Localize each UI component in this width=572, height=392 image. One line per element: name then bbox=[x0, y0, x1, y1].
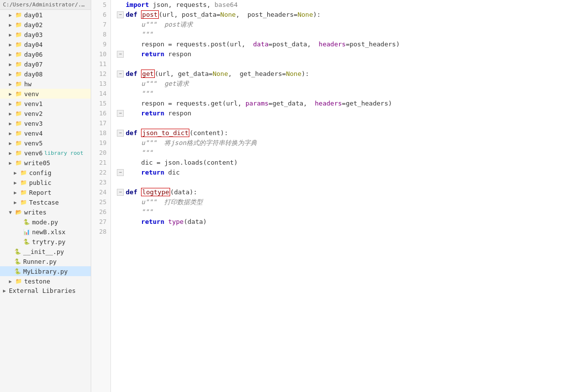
sidebar-item-day02[interactable]: 📁 day02 bbox=[0, 20, 91, 30]
code-line-7: u""" post请求 bbox=[117, 20, 572, 30]
sidebar-item-day07[interactable]: 📁 day07 bbox=[0, 59, 91, 69]
sidebar-item-label: testone bbox=[24, 278, 50, 285]
sidebar-item-newb-xlsx[interactable]: 📊 newB.xlsx bbox=[0, 227, 91, 237]
folder-icon: 📁 bbox=[15, 149, 23, 157]
sidebar-item-day04[interactable]: 📁 day04 bbox=[0, 39, 91, 49]
folder-icon: 📁 bbox=[15, 129, 23, 137]
sidebar-item-label: trytry.py bbox=[32, 238, 66, 246]
arrow-icon bbox=[9, 12, 15, 18]
code-line-11 bbox=[117, 59, 572, 69]
xl-file-icon: 📊 bbox=[23, 228, 31, 236]
arrow-icon bbox=[9, 22, 15, 28]
sidebar-item-testcase[interactable]: 📁 Testcase bbox=[0, 197, 91, 207]
sidebar-item-day06[interactable]: 📁 day06 bbox=[0, 49, 91, 59]
sidebar-item-label: day04 bbox=[24, 41, 43, 48]
sidebar-item-label: day08 bbox=[24, 71, 43, 78]
arrow-icon bbox=[9, 121, 15, 126]
folder-icon: 📁 bbox=[15, 40, 23, 48]
folder-icon: 📁 bbox=[15, 109, 23, 117]
sidebar-item-label: __init__.py bbox=[23, 248, 64, 255]
sidebar-item-day03[interactable]: 📁 day03 bbox=[0, 30, 91, 39]
folder-icon: 📁 bbox=[15, 100, 23, 107]
arrow-icon bbox=[14, 180, 20, 185]
fold-marker-18[interactable]: − bbox=[117, 130, 124, 137]
arrow-icon bbox=[9, 81, 15, 87]
sidebar-item-testone[interactable]: 📁 testone bbox=[0, 276, 91, 286]
fold-marker-22[interactable]: − bbox=[117, 169, 124, 176]
sidebar-item-public[interactable]: 📁 public bbox=[0, 178, 91, 187]
code-line-15: respon = requests.get(url, params=get_da… bbox=[117, 99, 572, 108]
code-line-12: − def get(url, get_data=None, get_header… bbox=[117, 69, 572, 79]
sidebar-item-label: write05 bbox=[24, 159, 50, 167]
sidebar-item-venv3[interactable]: 📁 venv3 bbox=[0, 118, 91, 128]
code-line-28 bbox=[117, 227, 572, 237]
arrow-icon bbox=[9, 71, 15, 77]
sidebar-item-venv5[interactable]: 📁 venv5 bbox=[0, 138, 91, 148]
sidebar-item-label: day03 bbox=[24, 31, 43, 38]
sidebar-item-label: venv bbox=[24, 90, 39, 98]
project-path: C:/Users/Administrator/... bbox=[0, 0, 91, 10]
sidebar-item-label: config bbox=[29, 169, 51, 177]
sidebar-item-init-py[interactable]: 🐍 __init__.py bbox=[0, 247, 91, 256]
arrow-icon bbox=[3, 288, 9, 293]
sidebar-item-venv[interactable]: 📁 venv bbox=[0, 89, 91, 99]
sidebar-item-label: newB.xlsx bbox=[32, 228, 66, 236]
code-line-18: − def json_to_dict(content): bbox=[117, 128, 572, 138]
sidebar-item-report[interactable]: 📁 Report bbox=[0, 187, 91, 197]
code-line-19: u""" 将json格式的字符串转换为字典 bbox=[117, 138, 572, 148]
sidebar-item-day08[interactable]: 📁 day08 bbox=[0, 69, 91, 79]
py-file-icon: 🐍 bbox=[23, 218, 31, 226]
py-file-icon: 🐍 bbox=[14, 267, 22, 275]
sidebar-item-external-libraries[interactable]: External Libraries bbox=[0, 286, 91, 295]
file-tree-sidebar[interactable]: C:/Users/Administrator/... 📁 day01 📁 day… bbox=[0, 0, 91, 392]
sidebar-item-runner-py[interactable]: 🐍 Runner.py bbox=[0, 256, 91, 266]
sidebar-item-label: day06 bbox=[24, 51, 43, 58]
sidebar-item-venv2[interactable]: 📁 venv2 bbox=[0, 108, 91, 118]
code-line-14: """ bbox=[117, 89, 572, 99]
fold-marker-6[interactable]: − bbox=[117, 11, 124, 18]
arrow-icon bbox=[9, 62, 15, 67]
sidebar-item-label: venv5 bbox=[24, 140, 43, 147]
sidebar-item-writes[interactable]: 📂 writes bbox=[0, 207, 91, 217]
sidebar-item-mode-py[interactable]: 🐍 mode.py bbox=[0, 217, 91, 227]
fold-marker-16[interactable]: − bbox=[117, 110, 124, 117]
sidebar-item-label: venv3 bbox=[24, 120, 43, 127]
sidebar-item-label: day01 bbox=[24, 11, 43, 19]
sidebar-item-day01[interactable]: 📁 day01 bbox=[0, 10, 91, 20]
folder-icon: 📁 bbox=[15, 11, 23, 19]
sidebar-item-trytry-py[interactable]: 🐍 trytry.py bbox=[0, 237, 91, 247]
code-line-27: return type(data) bbox=[117, 217, 572, 227]
sidebar-item-label: day07 bbox=[24, 61, 43, 68]
code-line-17 bbox=[117, 118, 572, 128]
fold-marker-10[interactable]: − bbox=[117, 51, 124, 58]
code-line-25: u""" 打印数据类型 bbox=[117, 197, 572, 207]
fold-marker-24[interactable]: − bbox=[117, 189, 124, 196]
fold-marker-12[interactable]: − bbox=[117, 71, 124, 77]
sidebar-item-venv4[interactable]: 📁 venv4 bbox=[0, 128, 91, 138]
folder-icon: 📁 bbox=[15, 277, 23, 285]
sidebar-item-config[interactable]: 📁 config bbox=[0, 168, 91, 178]
library-root-label: library root bbox=[44, 150, 83, 156]
arrow-icon bbox=[9, 279, 15, 284]
sidebar-item-hw[interactable]: 📁 hw bbox=[0, 79, 91, 89]
code-line-10: − return respon bbox=[117, 49, 572, 59]
code-editor[interactable]: 5 6 7 8 9 10 11 12 13 14 15 16 17 18 19 … bbox=[91, 0, 572, 392]
sidebar-item-label: writes bbox=[24, 209, 46, 216]
code-line-22: − return dic bbox=[117, 168, 572, 178]
sidebar-item-write05[interactable]: 📁 write05 bbox=[0, 158, 91, 168]
arrow-icon bbox=[14, 190, 20, 195]
sidebar-item-label: mode.py bbox=[32, 218, 58, 226]
code-line-21: dic = json.loads(content) bbox=[117, 158, 572, 168]
folder-icon: 📁 bbox=[15, 119, 23, 127]
sidebar-item-label: venv6 bbox=[24, 149, 43, 157]
sidebar-item-venv6[interactable]: 📁 venv6 library root bbox=[0, 148, 91, 158]
sidebar-item-label: Testcase bbox=[29, 199, 59, 206]
folder-icon: 📁 bbox=[15, 139, 23, 147]
arrow-icon bbox=[9, 141, 15, 146]
code-line-26: """ bbox=[117, 207, 572, 217]
sidebar-item-mylibrary-py[interactable]: 🐍 MyLibrary.py bbox=[0, 266, 91, 276]
sidebar-item-label: public bbox=[29, 179, 51, 186]
folder-icon: 📁 bbox=[15, 70, 23, 78]
arrow-icon bbox=[9, 150, 15, 156]
sidebar-item-venv1[interactable]: 📁 venv1 bbox=[0, 99, 91, 108]
